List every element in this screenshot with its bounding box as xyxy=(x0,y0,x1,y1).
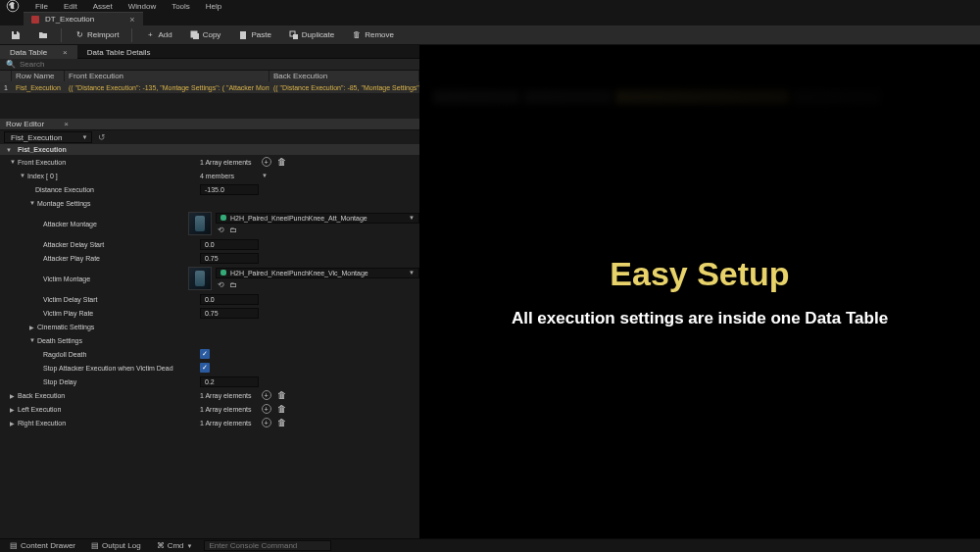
close-icon[interactable]: × xyxy=(63,48,68,57)
row-select-dropdown[interactable]: Fist_Execution ▼ xyxy=(4,131,92,143)
close-icon[interactable]: × xyxy=(64,120,69,128)
duplicate-button[interactable]: Duplicate xyxy=(284,28,339,42)
expand-icon[interactable]: ▶ xyxy=(10,420,18,427)
overlay-title: Easy Setup xyxy=(610,255,789,293)
search-row: 🔍 xyxy=(0,59,419,71)
use-asset-button[interactable]: ⟲ xyxy=(216,226,225,235)
expand-icon[interactable]: ▶ xyxy=(29,324,37,330)
add-element-button[interactable]: + xyxy=(262,404,271,414)
browse-asset-button[interactable]: 🗀 xyxy=(228,280,238,290)
attacker-delay-input[interactable] xyxy=(200,239,259,250)
victim-delay-input[interactable] xyxy=(200,294,259,305)
row-select-bar: Fist_Execution ▼ ↺ xyxy=(0,130,419,144)
section-label: Fist_Execution xyxy=(18,146,67,153)
expand-icon[interactable]: ▼ xyxy=(10,159,18,165)
browse-asset-button[interactable]: 🗀 xyxy=(228,226,238,235)
search-input[interactable] xyxy=(20,60,414,69)
output-log-button[interactable]: ▤Output Log xyxy=(87,540,145,552)
add-element-button[interactable]: + xyxy=(262,418,271,427)
content-drawer-label: Content Drawer xyxy=(21,541,75,550)
row-editor-title: Row Editor xyxy=(6,120,44,128)
table-row[interactable]: 1 Fist_Execution (( "Distance Execution"… xyxy=(0,81,419,93)
row-editor-tab[interactable]: Row Editor × xyxy=(0,119,419,130)
expand-icon[interactable]: ▼ xyxy=(29,200,37,206)
prop-label-text: Front Execution xyxy=(18,159,66,166)
duplicate-icon xyxy=(289,30,299,40)
prop-back-execution: ▶Back Execution 1 Array elements+🗑 xyxy=(0,388,419,402)
clear-array-button[interactable]: 🗑 xyxy=(277,157,286,167)
close-icon[interactable]: × xyxy=(129,15,134,25)
menu-window[interactable]: Window xyxy=(121,2,164,11)
add-button[interactable]: +Add xyxy=(140,28,176,42)
chevron-down-icon[interactable]: ▼ xyxy=(262,173,268,178)
distance-input[interactable] xyxy=(200,184,259,195)
divider xyxy=(131,28,132,42)
content-drawer-button[interactable]: ▤Content Drawer xyxy=(6,540,79,552)
status-bar: ▤Content Drawer ▤Output Log ⌘Cmd▼ xyxy=(0,538,980,552)
cmd-icon: ⌘ xyxy=(157,541,165,550)
expand-icon[interactable]: ▼ xyxy=(29,337,37,343)
asset-thumbnail[interactable] xyxy=(188,212,212,235)
chevron-down-icon: ▼ xyxy=(187,543,193,549)
unreal-logo-icon xyxy=(4,0,22,15)
overlay: Easy Setup All execution settings are in… xyxy=(419,45,980,538)
clear-array-button[interactable]: 🗑 xyxy=(277,418,286,427)
asset-thumbnail[interactable] xyxy=(188,267,212,290)
stop-attacker-checkbox[interactable]: ✓ xyxy=(200,363,210,373)
expand-icon[interactable]: ▶ xyxy=(10,406,18,413)
prop-victim-rate: Victim Play Rate xyxy=(0,306,419,320)
console-input[interactable] xyxy=(204,540,331,551)
paste-button[interactable]: Paste xyxy=(233,28,275,42)
victim-rate-input[interactable] xyxy=(200,308,259,319)
expand-icon[interactable]: ▼ xyxy=(20,173,27,178)
section-root[interactable]: ▼ Fist_Execution xyxy=(0,144,419,155)
cmd-dropdown[interactable]: ⌘Cmd▼ xyxy=(153,540,197,552)
datatable-icon xyxy=(31,16,39,24)
stop-delay-input[interactable] xyxy=(200,376,259,387)
tab-data-table[interactable]: Data Table × xyxy=(0,45,77,59)
copy-button[interactable]: Copy xyxy=(185,28,226,42)
array-summary: 1 Array elements xyxy=(200,392,252,399)
add-element-button[interactable]: + xyxy=(262,390,271,400)
use-asset-button[interactable]: ⟲ xyxy=(216,280,225,290)
clear-array-button[interactable]: 🗑 xyxy=(277,404,286,414)
tab-data-table-details[interactable]: Data Table Details xyxy=(77,45,161,59)
col-row-name[interactable]: Row Name xyxy=(12,71,65,81)
drawer-icon: ▤ xyxy=(10,541,18,550)
menu-tools[interactable]: Tools xyxy=(164,2,198,11)
overlay-subtitle: All execution settings are inside one Da… xyxy=(512,309,888,328)
col-back[interactable]: Back Execution xyxy=(270,71,419,81)
attacker-rate-input[interactable] xyxy=(200,253,259,264)
prop-label-text: Death Settings xyxy=(37,337,82,344)
paste-label: Paste xyxy=(251,30,270,39)
asset-dot-icon xyxy=(220,270,226,276)
menu-file[interactable]: File xyxy=(27,2,56,11)
menu-asset[interactable]: Asset xyxy=(85,2,121,11)
doc-tab-dt-execution[interactable]: DT_Execution × xyxy=(24,12,143,25)
reimport-button[interactable]: ↻Reimport xyxy=(70,28,123,42)
save-button[interactable] xyxy=(6,28,25,42)
tab-label: Data Table Details xyxy=(87,48,151,57)
attacker-montage-dropdown[interactable]: H2H_Paired_KneelPunchKnee_Att_Montage ▼ xyxy=(216,213,419,224)
prop-montage-settings: ▼Montage Settings xyxy=(0,196,419,210)
reset-icon[interactable]: ↺ xyxy=(98,132,106,142)
menu-help[interactable]: Help xyxy=(198,2,229,11)
members-text: 4 members xyxy=(200,173,234,179)
row-back-cell: (( "Distance Execution": -85, "Montage S… xyxy=(270,81,419,93)
col-front[interactable]: Front Execution xyxy=(65,71,270,81)
remove-label: Remove xyxy=(365,30,394,39)
add-element-button[interactable]: + xyxy=(262,157,271,167)
prop-victim-delay: Victim Delay Start xyxy=(0,292,419,306)
browse-icon xyxy=(38,30,48,40)
victim-montage-dropdown[interactable]: H2H_Paired_KneelPunchKnee_Vic_Montage ▼ xyxy=(216,268,419,278)
prop-attacker-delay: Attacker Delay Start xyxy=(0,237,419,251)
ragdoll-checkbox[interactable]: ✓ xyxy=(200,349,210,359)
prop-stop-attacker: Stop Attacker Execution when Victim Dead… xyxy=(0,361,419,375)
expand-icon[interactable]: ▶ xyxy=(10,392,18,399)
remove-button[interactable]: 🗑Remove xyxy=(347,28,399,42)
left-panel: Data Table × Data Table Details 🔍 Row Na… xyxy=(0,45,419,538)
browse-button[interactable] xyxy=(33,28,53,42)
expand-icon[interactable]: ▼ xyxy=(6,147,14,153)
clear-array-button[interactable]: 🗑 xyxy=(277,390,286,400)
menu-edit[interactable]: Edit xyxy=(56,2,85,11)
